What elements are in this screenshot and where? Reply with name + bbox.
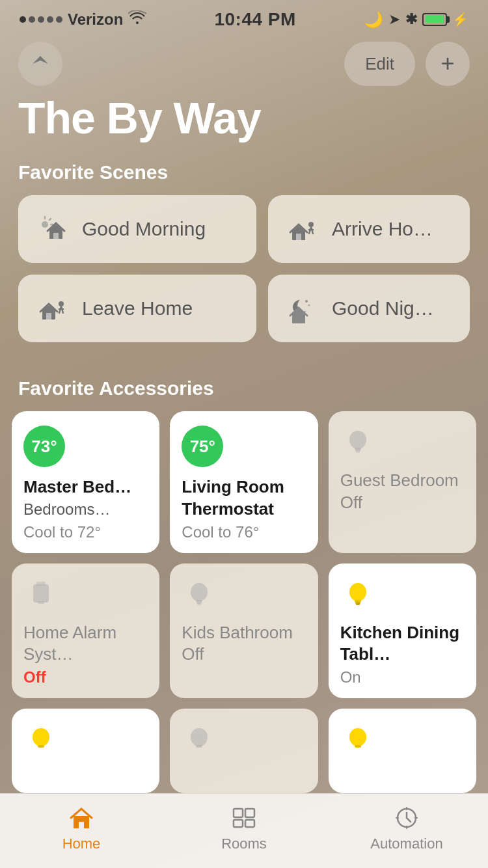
accessory-status-alarm: Off [23, 668, 148, 686]
bulb-gray-icon-guest [340, 426, 375, 461]
bulb-yellow-icon-kitchen [340, 578, 375, 613]
scene-good-night[interactable]: Good Nig… [268, 275, 470, 342]
arrive-home-label: Arrive Ho… [332, 218, 433, 240]
good-morning-label: Good Morning [82, 218, 206, 240]
scene-arrive-home[interactable]: Arrive Ho… [268, 195, 470, 263]
accessory-kids-bathroom[interactable]: Kids Bathroom Off [170, 563, 318, 699]
scene-leave-home[interactable]: Leave Home [18, 275, 256, 342]
accessory-master-bed[interactable]: 73° Master Bed…Bedrooms… Cool to 72° [12, 411, 159, 553]
carrier-label: Verizon [68, 10, 123, 29]
accessory-name-kitchen: Kitchen Dining Tabl… [340, 622, 465, 666]
bulb-yellow-icon-9 [340, 723, 375, 758]
svg-point-0 [42, 221, 48, 228]
bulb-gray-icon-8 [182, 723, 217, 758]
top-right-buttons: Edit + [344, 42, 470, 86]
svg-point-18 [191, 583, 208, 601]
edit-button[interactable]: Edit [344, 42, 415, 86]
accessory-name-living: Living Room Thermostat [182, 476, 306, 521]
svg-rect-17 [38, 601, 44, 604]
svg-rect-16 [36, 582, 46, 586]
bluetooth-icon: ✱ [405, 11, 417, 28]
svg-rect-5 [296, 234, 301, 240]
accessory-8[interactable] [170, 709, 318, 793]
accessory-name-guest: Guest Bedroom Off [340, 470, 465, 514]
svg-rect-29 [196, 745, 202, 748]
charging-icon: ⚡ [452, 12, 468, 27]
status-bar: Verizon 10:44 PM 🌙 ➤ ✱ ⚡ [0, 0, 488, 35]
temp-badge-living: 75° [182, 426, 223, 467]
accessory-home-alarm[interactable]: Home Alarm Syst… Off [12, 563, 159, 699]
add-button[interactable]: + [426, 42, 470, 86]
svg-rect-4 [53, 233, 59, 239]
wifi-icon [128, 10, 146, 29]
temp-badge-master: 73° [23, 426, 65, 467]
bulb-gray-icon-kids [182, 578, 217, 613]
alarm-icon [23, 578, 59, 613]
location-button[interactable] [18, 42, 62, 86]
good-night-label: Good Nig… [332, 297, 434, 319]
good-morning-icon [31, 210, 70, 249]
accessory-guest-bedroom[interactable]: Guest Bedroom Off [329, 411, 476, 553]
accessory-7[interactable] [12, 709, 159, 793]
svg-point-9 [305, 300, 308, 303]
accessory-status-kitchen: On [340, 668, 465, 686]
svg-line-2 [49, 219, 51, 220]
status-right: 🌙 ➤ ✱ ⚡ [364, 10, 468, 29]
accessory-name-kids: Kids Bathroom Off [182, 622, 306, 666]
svg-rect-21 [197, 603, 201, 605]
location-arrow-icon: ➤ [388, 11, 400, 28]
leave-home-icon [31, 289, 70, 328]
svg-point-22 [349, 583, 366, 601]
good-night-icon [281, 289, 320, 328]
svg-point-30 [349, 728, 366, 746]
leave-home-label: Leave Home [82, 297, 193, 319]
accessories-grid: 73° Master Bed…Bedrooms… Cool to 72° 75°… [12, 411, 476, 793]
status-time: 10:44 PM [214, 9, 295, 30]
svg-rect-14 [356, 451, 360, 453]
accessories-section-label: Favorite Accessories [0, 377, 488, 411]
svg-rect-25 [356, 603, 360, 605]
moon-icon: 🌙 [364, 10, 383, 29]
svg-point-28 [191, 728, 208, 746]
scene-good-morning[interactable]: Good Morning [18, 195, 256, 263]
scenes-container: Good Morning Arrive Ho… [0, 195, 488, 354]
bulb-yellow-icon-7 [23, 723, 59, 758]
scenes-row-1: Good Morning Arrive Ho… [18, 195, 470, 263]
svg-point-26 [33, 728, 49, 746]
accessory-name-alarm: Home Alarm Syst… [23, 622, 148, 666]
home-title: The By Way [0, 86, 488, 161]
svg-rect-7 [46, 313, 51, 319]
status-left: Verizon [20, 10, 146, 29]
accessory-living-room[interactable]: 75° Living Room Thermostat Cool to 76° [170, 411, 318, 553]
battery-indicator [422, 13, 447, 26]
scenes-section-label: Favorite Scenes [0, 161, 488, 195]
svg-rect-27 [38, 745, 44, 748]
svg-point-10 [308, 305, 310, 306]
accessory-status-living: Cool to 76° [182, 523, 306, 541]
accessories-section: 73° Master Bed…Bedrooms… Cool to 72° 75°… [0, 411, 488, 793]
arrive-home-icon [281, 210, 320, 249]
svg-rect-15 [33, 584, 49, 603]
scenes-row-2: Leave Home Good Nig… [18, 275, 470, 342]
svg-point-11 [349, 431, 366, 449]
accessory-kitchen-dining[interactable]: Kitchen Dining Tabl… On [329, 563, 476, 699]
svg-rect-31 [355, 745, 361, 748]
accessory-name-master: Master Bed…Bedrooms… [23, 476, 148, 521]
accessory-status-master: Cool to 72° [23, 523, 148, 541]
accessory-9[interactable] [329, 709, 476, 793]
top-controls: Edit + [0, 35, 488, 86]
signal-dots [20, 16, 62, 23]
